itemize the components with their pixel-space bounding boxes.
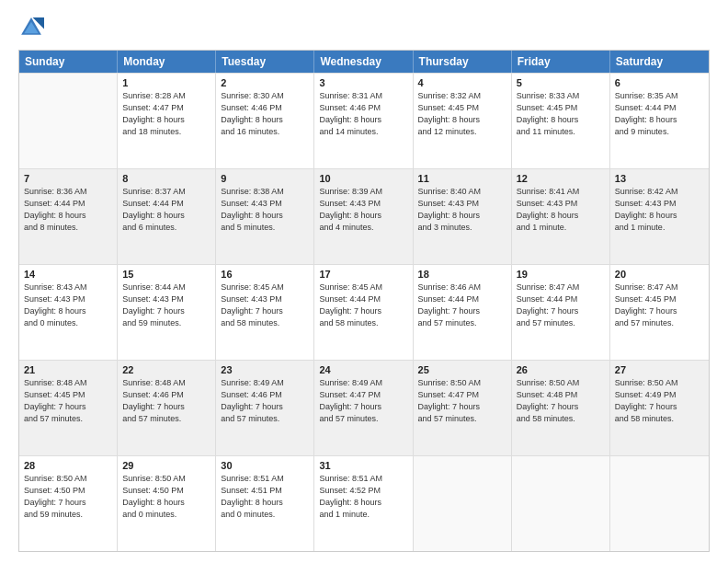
sun-info-26: Sunrise: 8:50 AM Sunset: 4:48 PM Dayligh… <box>517 377 605 425</box>
sun-info-21: Sunrise: 8:48 AM Sunset: 4:45 PM Dayligh… <box>24 377 112 425</box>
empty-cell <box>414 456 512 551</box>
day-cell-31: 31Sunrise: 8:51 AM Sunset: 4:52 PM Dayli… <box>314 456 413 551</box>
day-cell-22: 22Sunrise: 8:48 AM Sunset: 4:46 PM Dayli… <box>118 361 216 455</box>
day-number-22: 22 <box>122 364 210 375</box>
header-monday: Monday <box>118 51 216 73</box>
day-number-17: 17 <box>319 269 407 280</box>
day-number-19: 19 <box>517 269 605 280</box>
day-number-4: 4 <box>418 77 506 88</box>
day-cell-24: 24Sunrise: 8:49 AM Sunset: 4:47 PM Dayli… <box>314 361 413 455</box>
day-number-11: 11 <box>418 173 506 184</box>
day-cell-30: 30Sunrise: 8:51 AM Sunset: 4:51 PM Dayli… <box>216 456 314 551</box>
calendar-body: 1Sunrise: 8:28 AM Sunset: 4:47 PM Daylig… <box>19 73 709 551</box>
day-number-7: 7 <box>24 173 112 184</box>
day-cell-21: 21Sunrise: 8:48 AM Sunset: 4:45 PM Dayli… <box>19 361 118 455</box>
sun-info-16: Sunrise: 8:45 AM Sunset: 4:43 PM Dayligh… <box>221 282 309 329</box>
sun-info-18: Sunrise: 8:46 AM Sunset: 4:44 PM Dayligh… <box>418 282 506 329</box>
day-number-24: 24 <box>319 364 407 375</box>
day-cell-23: 23Sunrise: 8:49 AM Sunset: 4:46 PM Dayli… <box>216 361 314 455</box>
sun-info-7: Sunrise: 8:36 AM Sunset: 4:44 PM Dayligh… <box>24 186 112 234</box>
week-row-4: 21Sunrise: 8:48 AM Sunset: 4:45 PM Dayli… <box>19 360 709 455</box>
sun-info-8: Sunrise: 8:37 AM Sunset: 4:44 PM Dayligh… <box>122 186 210 234</box>
day-number-23: 23 <box>221 364 309 375</box>
day-cell-18: 18Sunrise: 8:46 AM Sunset: 4:44 PM Dayli… <box>414 265 512 360</box>
day-number-9: 9 <box>221 173 309 184</box>
header <box>18 15 710 40</box>
week-row-1: 1Sunrise: 8:28 AM Sunset: 4:47 PM Daylig… <box>19 73 709 168</box>
empty-cell <box>610 456 709 551</box>
day-cell-28: 28Sunrise: 8:50 AM Sunset: 4:50 PM Dayli… <box>19 456 118 551</box>
day-cell-12: 12Sunrise: 8:41 AM Sunset: 4:43 PM Dayli… <box>512 169 610 264</box>
day-cell-27: 27Sunrise: 8:50 AM Sunset: 4:49 PM Dayli… <box>610 361 709 455</box>
day-number-15: 15 <box>122 269 210 280</box>
day-number-31: 31 <box>319 460 407 471</box>
logo <box>18 15 48 40</box>
day-number-13: 13 <box>615 173 704 184</box>
day-number-14: 14 <box>24 269 112 280</box>
sun-info-4: Sunrise: 8:32 AM Sunset: 4:45 PM Dayligh… <box>418 90 506 138</box>
day-number-2: 2 <box>221 77 309 88</box>
day-number-3: 3 <box>319 77 407 88</box>
header-sunday: Sunday <box>19 51 118 73</box>
sun-info-1: Sunrise: 8:28 AM Sunset: 4:47 PM Dayligh… <box>122 90 210 138</box>
sun-info-5: Sunrise: 8:33 AM Sunset: 4:45 PM Dayligh… <box>517 90 605 138</box>
day-cell-6: 6Sunrise: 8:35 AM Sunset: 4:44 PM Daylig… <box>610 74 709 168</box>
day-number-10: 10 <box>319 173 407 184</box>
calendar-header: Sunday Monday Tuesday Wednesday Thursday… <box>19 51 709 73</box>
header-wednesday: Wednesday <box>314 51 413 73</box>
day-cell-9: 9Sunrise: 8:38 AM Sunset: 4:43 PM Daylig… <box>216 169 314 264</box>
day-cell-5: 5Sunrise: 8:33 AM Sunset: 4:45 PM Daylig… <box>512 74 610 168</box>
sun-info-12: Sunrise: 8:41 AM Sunset: 4:43 PM Dayligh… <box>517 186 605 234</box>
day-number-20: 20 <box>615 269 704 280</box>
day-number-16: 16 <box>221 269 309 280</box>
sun-info-15: Sunrise: 8:44 AM Sunset: 4:43 PM Dayligh… <box>122 282 210 329</box>
day-number-8: 8 <box>122 173 210 184</box>
empty-cell <box>19 74 118 168</box>
day-cell-7: 7Sunrise: 8:36 AM Sunset: 4:44 PM Daylig… <box>19 169 118 264</box>
sun-info-30: Sunrise: 8:51 AM Sunset: 4:51 PM Dayligh… <box>221 473 309 521</box>
day-number-12: 12 <box>517 173 605 184</box>
sun-info-19: Sunrise: 8:47 AM Sunset: 4:44 PM Dayligh… <box>517 282 605 329</box>
sun-info-29: Sunrise: 8:50 AM Sunset: 4:50 PM Dayligh… <box>122 473 210 521</box>
day-number-25: 25 <box>418 364 506 375</box>
empty-cell <box>512 456 610 551</box>
header-thursday: Thursday <box>414 51 512 73</box>
day-cell-25: 25Sunrise: 8:50 AM Sunset: 4:47 PM Dayli… <box>414 361 512 455</box>
sun-info-27: Sunrise: 8:50 AM Sunset: 4:49 PM Dayligh… <box>615 377 704 425</box>
day-number-29: 29 <box>122 460 210 471</box>
sun-info-9: Sunrise: 8:38 AM Sunset: 4:43 PM Dayligh… <box>221 186 309 234</box>
sun-info-6: Sunrise: 8:35 AM Sunset: 4:44 PM Dayligh… <box>615 90 704 138</box>
sun-info-24: Sunrise: 8:49 AM Sunset: 4:47 PM Dayligh… <box>319 377 407 425</box>
sun-info-10: Sunrise: 8:39 AM Sunset: 4:43 PM Dayligh… <box>319 186 407 234</box>
day-number-28: 28 <box>24 460 112 471</box>
day-number-6: 6 <box>615 77 704 88</box>
week-row-3: 14Sunrise: 8:43 AM Sunset: 4:43 PM Dayli… <box>19 264 709 360</box>
header-friday: Friday <box>512 51 610 73</box>
day-cell-10: 10Sunrise: 8:39 AM Sunset: 4:43 PM Dayli… <box>314 169 413 264</box>
day-number-30: 30 <box>221 460 309 471</box>
day-cell-16: 16Sunrise: 8:45 AM Sunset: 4:43 PM Dayli… <box>216 265 314 360</box>
sun-info-2: Sunrise: 8:30 AM Sunset: 4:46 PM Dayligh… <box>221 90 309 138</box>
day-cell-26: 26Sunrise: 8:50 AM Sunset: 4:48 PM Dayli… <box>512 361 610 455</box>
day-cell-17: 17Sunrise: 8:45 AM Sunset: 4:44 PM Dayli… <box>314 265 413 360</box>
day-cell-14: 14Sunrise: 8:43 AM Sunset: 4:43 PM Dayli… <box>19 265 118 360</box>
day-number-26: 26 <box>517 364 605 375</box>
sun-info-17: Sunrise: 8:45 AM Sunset: 4:44 PM Dayligh… <box>319 282 407 329</box>
day-number-5: 5 <box>517 77 605 88</box>
day-cell-29: 29Sunrise: 8:50 AM Sunset: 4:50 PM Dayli… <box>118 456 216 551</box>
day-cell-15: 15Sunrise: 8:44 AM Sunset: 4:43 PM Dayli… <box>118 265 216 360</box>
sun-info-23: Sunrise: 8:49 AM Sunset: 4:46 PM Dayligh… <box>221 377 309 425</box>
day-cell-8: 8Sunrise: 8:37 AM Sunset: 4:44 PM Daylig… <box>118 169 216 264</box>
day-number-18: 18 <box>418 269 506 280</box>
sun-info-3: Sunrise: 8:31 AM Sunset: 4:46 PM Dayligh… <box>319 90 407 138</box>
logo-icon <box>18 15 44 40</box>
sun-info-20: Sunrise: 8:47 AM Sunset: 4:45 PM Dayligh… <box>615 282 704 329</box>
day-cell-4: 4Sunrise: 8:32 AM Sunset: 4:45 PM Daylig… <box>414 74 512 168</box>
calendar: Sunday Monday Tuesday Wednesday Thursday… <box>18 50 710 552</box>
page: Sunday Monday Tuesday Wednesday Thursday… <box>0 0 728 563</box>
day-cell-2: 2Sunrise: 8:30 AM Sunset: 4:46 PM Daylig… <box>216 74 314 168</box>
sun-info-25: Sunrise: 8:50 AM Sunset: 4:47 PM Dayligh… <box>418 377 506 425</box>
week-row-2: 7Sunrise: 8:36 AM Sunset: 4:44 PM Daylig… <box>19 168 709 264</box>
day-number-1: 1 <box>122 77 210 88</box>
day-cell-1: 1Sunrise: 8:28 AM Sunset: 4:47 PM Daylig… <box>118 74 216 168</box>
